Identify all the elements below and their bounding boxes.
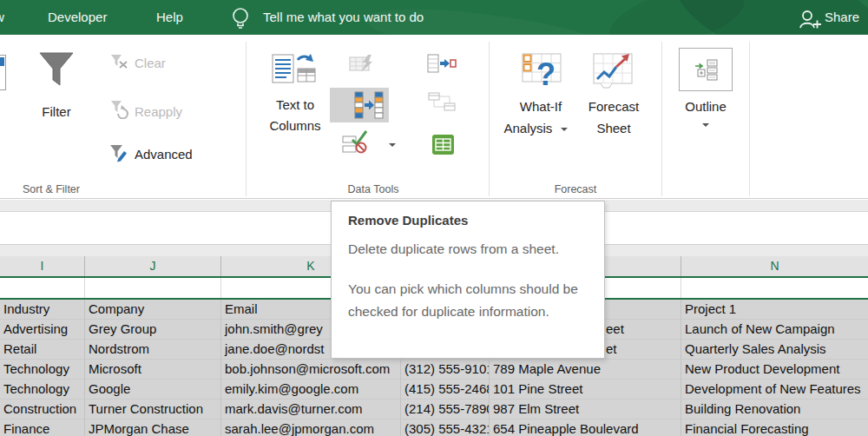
forecast-sheet-button[interactable]: Forecast	[582, 99, 645, 115]
cell[interactable]	[85, 278, 221, 298]
cell[interactable]: Construction	[0, 400, 85, 419]
share-person-plus-icon	[799, 8, 823, 29]
svg-text:?: ?	[536, 56, 556, 92]
tooltip-title: Remove Duplicates	[348, 213, 594, 228]
cell[interactable]: Nordstrom	[85, 340, 221, 360]
excel-window: w Developer Help Tell me what you want t…	[0, 0, 868, 436]
cell[interactable]: New Product Development	[681, 360, 868, 380]
flash-fill-icon[interactable]	[349, 54, 375, 77]
cell[interactable]: Turner Construction	[85, 400, 221, 419]
cell[interactable]: 654 Pineapple Boulevard	[490, 419, 681, 436]
lightbulb-icon	[230, 6, 251, 30]
table-row: Technology Google emily.kim@google.com (…	[0, 380, 868, 400]
cell[interactable]: Retail	[0, 340, 85, 360]
sort-partial-icon[interactable]	[0, 55, 6, 90]
group-divider	[489, 42, 490, 196]
outline-button[interactable]: Outline	[674, 99, 737, 115]
cell[interactable]: bob.johnson@microsoft.com	[221, 360, 401, 380]
cell[interactable]: emily.kim@google.com	[221, 380, 401, 400]
tell-me-box[interactable]: Tell me what you want to do	[263, 0, 424, 35]
what-if-analysis-button[interactable]: What-If	[508, 99, 574, 115]
cell[interactable]: Grey Group	[85, 320, 221, 340]
relationships-icon[interactable]	[428, 92, 456, 115]
text-to-columns-button[interactable]: Text to	[264, 97, 326, 113]
remove-duplicates-icon[interactable]	[354, 91, 384, 122]
cell[interactable]: 101 Pine Street	[490, 380, 681, 400]
manage-data-model-icon[interactable]	[431, 132, 455, 161]
cell[interactable]: Advertising	[0, 320, 85, 340]
table-row: Technology Microsoft bob.johnson@microso…	[0, 360, 868, 380]
group-label-data-tools: Data Tools	[336, 183, 411, 197]
tooltip-line1: Delete duplicate rows from a sheet.	[348, 238, 594, 261]
tab-developer[interactable]: Developer	[48, 0, 107, 35]
group-divider	[661, 42, 662, 196]
clear-filter-icon[interactable]	[110, 54, 129, 73]
what-if-analysis-icon: ?	[522, 52, 562, 96]
title-bar: w Developer Help Tell me what you want t…	[0, 0, 868, 35]
tab-view-fragment[interactable]: w	[0, 0, 4, 35]
cell[interactable]: Project 1	[681, 300, 868, 320]
what-if-analysis-button-line2[interactable]: Analysis	[501, 121, 570, 136]
data-validation-caret[interactable]	[389, 143, 396, 147]
cell[interactable]: sarah.lee@jpmorgan.com	[221, 419, 401, 436]
forecast-sheet-icon	[593, 52, 633, 96]
reapply-filter-icon[interactable]	[110, 100, 129, 122]
cell[interactable]: (305) 555-4321	[401, 419, 490, 436]
what-if-label: Analysis	[503, 121, 552, 135]
cell[interactable]	[681, 278, 868, 298]
table-row: Finance JPMorgan Chase sarah.lee@jpmorga…	[0, 419, 868, 436]
cell[interactable]: (214) 555-7890	[401, 400, 490, 419]
cell[interactable]: Microsoft	[85, 360, 221, 380]
funnel-icon[interactable]	[38, 50, 75, 94]
table-row: Construction Turner Construction mark.da…	[0, 400, 868, 419]
reapply-button[interactable]: Reapply	[135, 104, 182, 120]
cell[interactable]: Finance	[0, 419, 85, 436]
advanced-filter-icon[interactable]	[109, 144, 128, 167]
cell[interactable]: Google	[85, 380, 221, 400]
cell[interactable]: Technology	[0, 360, 85, 380]
outline-caret[interactable]	[702, 123, 709, 127]
remove-duplicates-tooltip: Remove Duplicates Delete duplicate rows …	[331, 201, 605, 359]
cell[interactable]: (312) 555-9101	[401, 360, 490, 380]
cell[interactable]: Financial Forecasting	[681, 419, 868, 436]
tooltip-line2: You can pick which columns should be che…	[348, 278, 594, 323]
cell[interactable]: Quarterly Sales Analysis	[681, 340, 868, 360]
ribbon: Filter Clear Reapply Advanced Sort & Fil…	[0, 35, 868, 199]
advanced-button[interactable]: Advanced	[135, 147, 193, 162]
cell[interactable]	[0, 278, 85, 298]
outline-group-icon	[694, 58, 718, 85]
cell[interactable]: 987 Elm Street	[490, 400, 681, 419]
filter-button[interactable]: Filter	[26, 104, 87, 120]
cell[interactable]: Industry	[0, 300, 85, 320]
cell[interactable]: mark.davis@turner.com	[221, 400, 401, 419]
outline-button-frame[interactable]	[679, 48, 733, 91]
cell[interactable]: Company	[85, 300, 221, 320]
group-divider	[749, 42, 750, 196]
group-divider	[246, 42, 247, 196]
cell[interactable]: Building Renovation	[681, 400, 868, 419]
forecast-sheet-button-line2[interactable]: Sheet	[582, 121, 645, 136]
cell[interactable]: Technology	[0, 380, 85, 400]
cell[interactable]: Development of New Features	[681, 380, 868, 400]
data-validation-icon[interactable]	[342, 129, 368, 157]
cell[interactable]: JPMorgan Chase	[85, 419, 221, 436]
what-if-caret	[561, 128, 568, 131]
column-header-i[interactable]: I	[0, 256, 85, 276]
consolidate-icon[interactable]	[427, 54, 457, 77]
group-label-forecast: Forecast	[545, 183, 606, 197]
cell[interactable]: 789 Maple Avenue	[490, 360, 681, 380]
tab-help[interactable]: Help	[156, 0, 183, 35]
cell[interactable]: (415) 555-2468	[401, 380, 490, 400]
cell[interactable]: Launch of New Campaign	[681, 320, 868, 340]
clear-button[interactable]: Clear	[135, 56, 166, 71]
share-button[interactable]: Share	[825, 0, 859, 35]
group-label-sort-filter: Sort & Filter	[23, 183, 109, 197]
column-header-j[interactable]: J	[85, 256, 221, 276]
text-to-columns-button-line2[interactable]: Columns	[260, 118, 330, 134]
column-header-n[interactable]: N	[681, 256, 868, 276]
text-to-columns-icon	[272, 49, 317, 92]
